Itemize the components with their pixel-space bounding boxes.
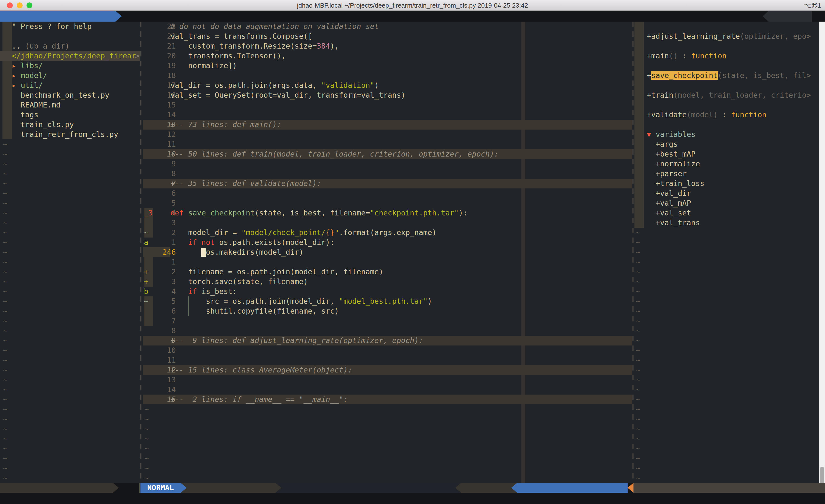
tag-item[interactable]: +parser xyxy=(634,169,819,179)
command-line[interactable] xyxy=(0,493,825,504)
tag-item[interactable]: +adjust_learning_rate(optimizer, epo> xyxy=(634,31,819,41)
tag-item[interactable]: +validate(model) : function xyxy=(634,110,819,120)
empty-line-tilde: ~ xyxy=(3,365,7,375)
tree-item-file[interactable]: benchmark_on_test.py xyxy=(0,90,140,100)
empty-line-tilde: ~ xyxy=(3,336,7,345)
code-line[interactable]: 15 xyxy=(143,100,632,110)
code-line[interactable]: 3 xyxy=(143,218,632,228)
empty-line-tilde: ~ xyxy=(636,336,641,345)
code-line[interactable]: 10 xyxy=(143,345,632,355)
window-separator-right[interactable] xyxy=(632,22,633,483)
code-line[interactable]: 23# do not do data augmentation on valid… xyxy=(143,22,632,31)
text-segment: if not xyxy=(188,238,215,247)
status-bar: ~/Projects/deep_firearm NORMAL +8 ~3 -3m… xyxy=(0,483,825,493)
tree-item-dir[interactable]: ▸ libs/ xyxy=(0,61,140,71)
tag-item[interactable]: +train_loss xyxy=(634,179,819,188)
code-line[interactable]: 19 normalize]) xyxy=(143,61,632,71)
code-line[interactable]: 6 shutil.copyfile(filename, src) xyxy=(143,306,632,316)
empty-line-tilde: ~ xyxy=(636,375,641,385)
tree-item-file[interactable]: tags xyxy=(0,110,140,120)
buffers-button[interactable]: buffers xyxy=(768,11,812,22)
line-number: 9 xyxy=(153,159,176,169)
tree-item-file[interactable]: train_cls.py xyxy=(0,120,140,130)
empty-line-tilde: ~ xyxy=(3,277,7,286)
tag-item[interactable]: +args xyxy=(634,139,819,149)
code-line[interactable]: 20 transforms.ToTensor(), xyxy=(143,51,632,61)
text-segment: () xyxy=(669,52,678,60)
code-line[interactable]: 8 xyxy=(143,169,632,179)
code-line[interactable]: 18 xyxy=(143,71,632,80)
code-line[interactable]: 17val_dir = os.path.join(args.data, "val… xyxy=(143,80,632,90)
code-line[interactable]: _34def save_checkpoint(state, is_best, f… xyxy=(143,208,632,218)
fold-line[interactable]: 10+-- 50 lines: def train(model, train_l… xyxy=(143,149,632,159)
code-line[interactable]: ~2 model_dir = "model/check_point/{}".fo… xyxy=(143,228,632,238)
statusline-encoding: utf-8[unix] xyxy=(461,483,517,493)
code-line[interactable]: 11 xyxy=(143,355,632,365)
tag-item[interactable]: +val_dir xyxy=(634,188,819,198)
empty-line-tilde: ~ xyxy=(3,267,7,277)
code-line[interactable]: 246 os.makedirs(model_dir) xyxy=(143,247,632,257)
fold-text: +-- 73 lines: def main(): xyxy=(170,120,281,130)
code-line[interactable]: 12 xyxy=(143,130,632,139)
tag-text: +main() : function xyxy=(647,51,727,61)
text-segment: .. xyxy=(12,42,25,50)
tag-item[interactable]: +normalize xyxy=(634,159,819,169)
code-line[interactable]: 13 xyxy=(143,375,632,385)
tree-item-updir[interactable]: .. (up a dir) xyxy=(0,41,140,51)
code-line[interactable]: 1 xyxy=(143,257,632,267)
code-line[interactable]: 22val_trans = transforms.Compose([ xyxy=(143,31,632,41)
tree-item-file[interactable]: train_retr_from_cls.py xyxy=(0,130,140,139)
code-line[interactable]: 14 xyxy=(143,110,632,120)
tag-item[interactable]: ▼ variables xyxy=(634,130,819,139)
code-line[interactable]: a1 if not os.path.exists(model_dir): xyxy=(143,238,632,247)
tag-item[interactable]: +val_mAP xyxy=(634,198,819,208)
tree-item-dir[interactable]: ▸ model/ xyxy=(0,71,140,80)
text-segment: libs/ xyxy=(21,61,43,70)
powerline-arrow-orange xyxy=(627,483,633,493)
tag-item[interactable]: +val_set xyxy=(634,208,819,218)
fold-line[interactable]: 7+-- 35 lines: def validate(model): xyxy=(143,179,632,188)
tag-item[interactable]: +main() : function xyxy=(634,51,819,61)
tree-item-root[interactable]: </jdhao/Projects/deep_firear> xyxy=(0,51,140,61)
code-line[interactable]: +3 torch.save(state, filename) xyxy=(143,277,632,286)
fold-line[interactable]: 13+-- 73 lines: def main(): xyxy=(143,120,632,130)
code-line[interactable]: 14 xyxy=(143,385,632,395)
code-line[interactable]: 5 xyxy=(143,198,632,208)
sign-column xyxy=(144,218,153,228)
empty-line-tilde: ~ xyxy=(144,434,149,444)
text-cursor[interactable] xyxy=(201,248,206,257)
code-line[interactable]: 9 xyxy=(143,159,632,169)
empty-line-tilde: ~ xyxy=(636,434,641,444)
window-separator-left[interactable] xyxy=(140,22,141,483)
tree-item-file[interactable]: README.md xyxy=(0,100,140,110)
fold-line[interactable]: 12+-- 15 lines: class AverageMeter(objec… xyxy=(143,365,632,375)
code-line[interactable]: 7 xyxy=(143,316,632,326)
text-segment: +parser xyxy=(647,169,687,178)
tag-item[interactable]: +save_checkpoint(state, is_best, fil> xyxy=(634,71,819,80)
git-hunks-branch: +8 ~3 -3master⚡ xyxy=(181,483,276,493)
fold-line[interactable]: 15+-- 2 lines: if __name__ == "__main__"… xyxy=(143,395,632,404)
code-text: model_dir = "model/check_point/{}".forma… xyxy=(170,228,437,238)
tag-item[interactable]: +best_mAP xyxy=(634,149,819,159)
empty-line-tilde: ~ xyxy=(3,345,7,355)
code-line[interactable]: 21 custom_transform.Resize(size=384), xyxy=(143,41,632,51)
code-line[interactable]: 11 xyxy=(143,139,632,149)
tree-item-help[interactable]: " Press ? for help xyxy=(0,22,140,31)
code-line[interactable]: ~5 src = os.path.join(model_dir, "model_… xyxy=(143,297,632,306)
code-line[interactable]: 8 xyxy=(143,326,632,336)
tabline: 1. train_retr_from_cls.py buffers xyxy=(0,11,825,22)
text-segment: .format(args.exp_name) xyxy=(339,228,436,237)
tree-item-dir[interactable]: ▸ util/ xyxy=(0,80,140,90)
scrollbar[interactable] xyxy=(819,22,825,504)
code-line[interactable]: 6 xyxy=(143,188,632,198)
code-line[interactable]: b4 if is_best: xyxy=(143,286,632,297)
powerline-arrow xyxy=(455,483,461,493)
text-segment: (state, is_best, fil xyxy=(718,71,806,80)
code-line[interactable]: 16val_set = QuerySet(root=val_dir, trans… xyxy=(143,90,632,100)
tag-item[interactable]: +train(model, train_loader, criterio> xyxy=(634,90,819,100)
fold-line[interactable]: 9+-- 9 lines: def adjust_learning_rate(o… xyxy=(143,336,632,345)
code-line[interactable]: +2 filename = os.path.join(model_dir, fi… xyxy=(143,267,632,277)
tag-item[interactable]: +val_trans xyxy=(634,218,819,228)
tab-active[interactable]: 1. train_retr_from_cls.py xyxy=(0,11,116,22)
text-segment: " Press ? for help xyxy=(12,22,92,31)
